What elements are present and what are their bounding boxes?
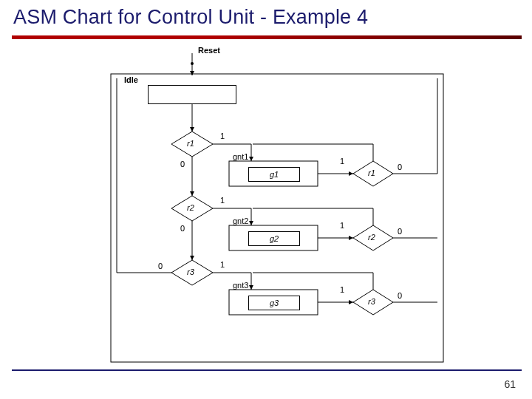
r1b-decision-label: r1 [368, 168, 375, 177]
r3b-false-label: 0 [398, 291, 402, 300]
r3-false-label: 0 [158, 262, 163, 270]
g3-output-box: g3 [248, 296, 300, 310]
r2-decision-label: r2 [187, 203, 194, 212]
idle-state-box [148, 85, 236, 104]
r2b-false-label: 0 [398, 227, 402, 236]
slide-title: ASM Chart for Control Unit - Example 4 [13, 6, 368, 29]
svg-rect-0 [111, 74, 443, 362]
r2b-true-label: 1 [340, 221, 344, 230]
g1-output-box: g1 [248, 167, 300, 182]
gnt3-state-label: gnt3 [233, 281, 248, 290]
gnt2-state-label: gnt2 [233, 216, 248, 225]
title-underline [12, 35, 522, 39]
r2b-decision-label: r2 [368, 233, 375, 242]
svg-point-2 [191, 62, 194, 65]
r1b-false-label: 0 [398, 163, 402, 171]
r3-decision-label: r3 [187, 267, 194, 276]
reset-label: Reset [198, 46, 220, 55]
r1-false-label: 0 [180, 160, 185, 168]
page-number: 61 [504, 378, 516, 390]
r3b-decision-label: r3 [368, 297, 375, 306]
gnt1-state-label: gnt1 [233, 152, 248, 161]
footer-rule [12, 369, 522, 371]
r3b-true-label: 1 [340, 285, 344, 294]
r3-true-label: 1 [220, 260, 225, 269]
idle-label: Idle [124, 75, 138, 84]
g2-output-box: g2 [248, 231, 300, 246]
r1-decision-label: r1 [187, 139, 194, 148]
r2-false-label: 0 [180, 224, 185, 233]
r1-true-label: 1 [220, 132, 225, 140]
r1b-true-label: 1 [340, 157, 344, 166]
asm-chart: Reset Idle r1 1 0 gnt1 g1 r1 1 0 r2 1 0 … [103, 44, 451, 366]
r2-true-label: 1 [220, 196, 225, 205]
